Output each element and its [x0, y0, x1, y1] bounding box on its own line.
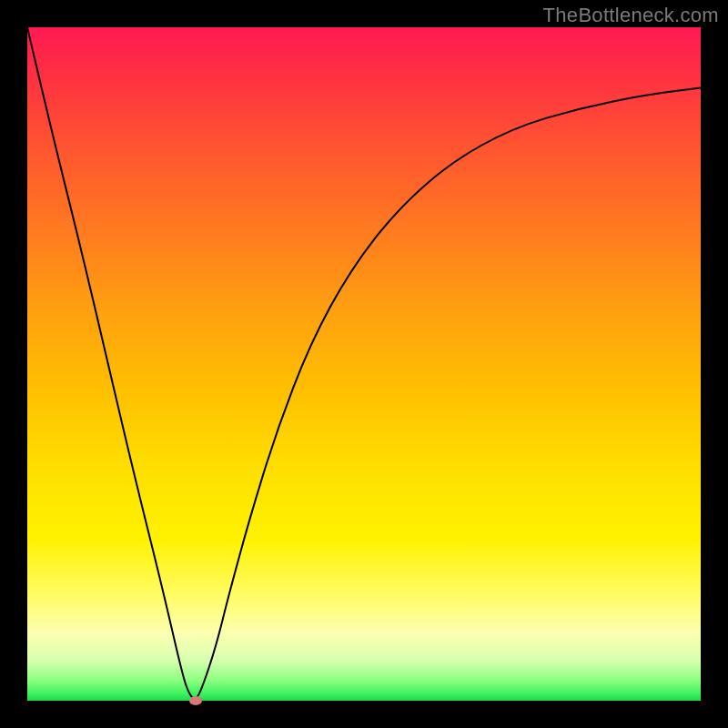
bottleneck-curve	[27, 27, 701, 701]
plot-area	[27, 27, 701, 701]
watermark-text: TheBottleneck.com	[543, 4, 719, 27]
chart-frame: TheBottleneck.com	[0, 0, 728, 728]
min-marker	[189, 696, 202, 705]
